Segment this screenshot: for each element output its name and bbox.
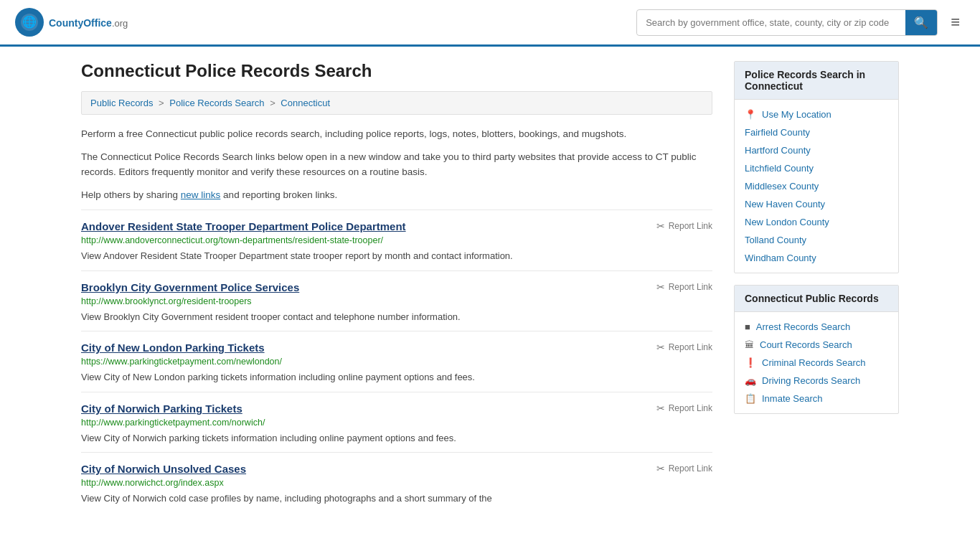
main-container: Connecticut Police Records Search Public… (67, 47, 913, 527)
litchfield-county-link[interactable]: Litchfield County (745, 163, 814, 174)
result-url[interactable]: http://www.andoverconnecticut.org/town-d… (81, 235, 712, 245)
report-link-button[interactable]: ✂ Report Link (656, 463, 712, 474)
sidebar-inmate-search[interactable]: 📋 Inmate Search (735, 390, 898, 408)
sidebar-public-records-box: Connecticut Public Records ■ Arrest Reco… (734, 285, 899, 414)
sidebar-police-records-title: Police Records Search in Connecticut (735, 62, 898, 100)
result-url[interactable]: https://www.parkingticketpayment.com/new… (81, 357, 712, 367)
sidebar-county-litchfield[interactable]: Litchfield County (735, 159, 898, 177)
report-link-button[interactable]: ✂ Report Link (656, 402, 712, 414)
result-item: City of Norwich Unsolved Cases ✂ Report … (81, 452, 712, 513)
breadcrumb-police-records-search[interactable]: Police Records Search (169, 98, 264, 108)
driving-records-link[interactable]: Driving Records Search (762, 375, 860, 386)
site-header: 🌐 CountyOffice.org 🔍 ≡ (0, 0, 980, 47)
result-desc: View City of New London parking tickets … (81, 370, 712, 385)
result-desc: View Brooklyn City Government resident t… (81, 310, 712, 324)
criminal-records-link[interactable]: Criminal Records Search (762, 357, 866, 368)
hamburger-menu-icon[interactable]: ≡ (945, 10, 966, 34)
result-title[interactable]: City of Norwich Unsolved Cases (81, 463, 246, 475)
sidebar-arrest-records[interactable]: ■ Arrest Records Search (735, 318, 898, 336)
sidebar-use-my-location[interactable]: 📍 Use My Location (735, 105, 898, 123)
use-my-location-link[interactable]: Use My Location (762, 109, 831, 120)
sidebar: Police Records Search in Connecticut 📍 U… (734, 61, 899, 513)
arrest-records-link[interactable]: Arrest Records Search (756, 321, 851, 332)
sidebar-police-records-box: Police Records Search in Connecticut 📍 U… (734, 61, 899, 273)
middlesex-county-link[interactable]: Middlesex County (745, 181, 819, 192)
report-icon: ✂ (656, 220, 665, 232)
result-item: Brooklyn City Government Police Services… (81, 270, 712, 331)
court-records-link[interactable]: Court Records Search (760, 339, 852, 350)
sidebar-court-records[interactable]: 🏛 Court Records Search (735, 336, 898, 354)
sidebar-driving-records[interactable]: 🚗 Driving Records Search (735, 372, 898, 390)
content-area: Connecticut Police Records Search Public… (81, 61, 712, 513)
sidebar-county-tolland[interactable]: Tolland County (735, 231, 898, 249)
arrest-records-icon: ■ (745, 321, 750, 332)
fairfield-county-link[interactable]: Fairfield County (745, 127, 810, 138)
sidebar-county-hartford[interactable]: Hartford County (735, 141, 898, 159)
sidebar-county-new-haven[interactable]: New Haven County (735, 195, 898, 213)
result-url[interactable]: http://www.norwichct.org/index.aspx (81, 478, 712, 488)
search-button[interactable]: 🔍 (905, 10, 937, 35)
sidebar-public-records-content: ■ Arrest Records Search 🏛 Court Records … (735, 312, 898, 413)
page-title: Connecticut Police Records Search (81, 61, 712, 81)
result-item: City of New London Parking Tickets ✂ Rep… (81, 331, 712, 392)
report-link-button[interactable]: ✂ Report Link (656, 342, 712, 353)
new-links-link[interactable]: new links (181, 189, 221, 200)
header-right: 🔍 ≡ (636, 9, 966, 36)
report-icon: ✂ (656, 281, 665, 293)
windham-county-link[interactable]: Windham County (745, 253, 816, 263)
logo-text: CountyOffice.org (49, 15, 128, 29)
report-icon: ✂ (656, 463, 665, 474)
sidebar-county-middlesex[interactable]: Middlesex County (735, 177, 898, 195)
result-url[interactable]: http://www.parkingticketpayment.com/norw… (81, 418, 712, 428)
result-title[interactable]: City of New London Parking Tickets (81, 342, 265, 354)
hartford-county-link[interactable]: Hartford County (745, 145, 811, 156)
report-icon: ✂ (656, 402, 665, 414)
new-london-county-link[interactable]: New London County (745, 217, 829, 227)
result-item: Andover Resident State Trooper Departmen… (81, 209, 712, 270)
result-desc: View Andover Resident State Trooper Depa… (81, 249, 712, 263)
search-bar: 🔍 (636, 9, 938, 36)
sidebar-criminal-records[interactable]: ❗ Criminal Records Search (735, 354, 898, 372)
logo-icon: 🌐 (14, 7, 44, 37)
court-records-icon: 🏛 (745, 339, 754, 350)
breadcrumb: Public Records > Police Records Search >… (81, 91, 712, 115)
breadcrumb-public-records[interactable]: Public Records (90, 98, 153, 108)
criminal-records-icon: ❗ (745, 357, 756, 368)
sidebar-county-new-london[interactable]: New London County (735, 213, 898, 231)
result-desc: View City of Norwich parking tickets inf… (81, 431, 712, 446)
report-icon: ✂ (656, 342, 665, 353)
breadcrumb-connecticut[interactable]: Connecticut (281, 98, 330, 108)
inmate-search-link[interactable]: Inmate Search (762, 393, 823, 404)
results-list: Andover Resident State Trooper Departmen… (81, 209, 712, 513)
sidebar-public-records-title: Connecticut Public Records (735, 286, 898, 312)
search-input[interactable] (637, 11, 905, 34)
new-haven-county-link[interactable]: New Haven County (745, 199, 825, 209)
logo[interactable]: 🌐 CountyOffice.org (14, 7, 128, 37)
sidebar-police-records-content: 📍 Use My Location Fairfield County Hartf… (735, 100, 898, 273)
report-link-button[interactable]: ✂ Report Link (656, 281, 712, 293)
sidebar-county-fairfield[interactable]: Fairfield County (735, 123, 898, 141)
inmate-search-icon: 📋 (745, 393, 756, 404)
intro-paragraph-1: Perform a free Connecticut public police… (81, 126, 712, 142)
intro-paragraph-3: Help others by sharing new links and rep… (81, 187, 712, 203)
location-pin-icon: 📍 (745, 109, 756, 120)
report-link-button[interactable]: ✂ Report Link (656, 220, 712, 232)
result-url[interactable]: http://www.brooklynct.org/resident-troop… (81, 296, 712, 306)
intro-paragraph-2: The Connecticut Police Records Search li… (81, 149, 712, 180)
driving-records-icon: 🚗 (745, 375, 756, 386)
sidebar-county-windham[interactable]: Windham County (735, 249, 898, 267)
result-title[interactable]: Brooklyn City Government Police Services (81, 281, 299, 293)
result-title[interactable]: Andover Resident State Trooper Departmen… (81, 220, 406, 232)
svg-text:🌐: 🌐 (22, 15, 37, 29)
result-item: City of Norwich Parking Tickets ✂ Report… (81, 392, 712, 453)
result-title[interactable]: City of Norwich Parking Tickets (81, 402, 242, 415)
result-desc: View City of Norwich cold case profiles … (81, 491, 712, 506)
tolland-county-link[interactable]: Tolland County (745, 235, 806, 245)
